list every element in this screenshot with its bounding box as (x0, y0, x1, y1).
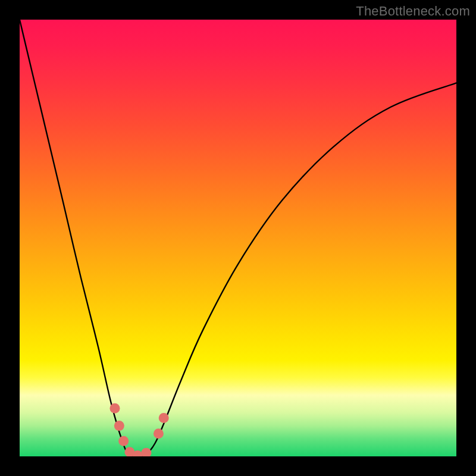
watermark-text: TheBottleneck.com (356, 4, 470, 19)
marker-dot (159, 413, 169, 423)
curve-svg (20, 20, 456, 456)
highlight-markers (110, 403, 169, 456)
marker-dot (114, 421, 124, 431)
marker-dot (124, 447, 134, 456)
marker-dot (133, 450, 143, 456)
plot-area (20, 20, 456, 456)
marker-dot (141, 448, 151, 456)
marker-dot (118, 436, 129, 446)
bottleneck-curve (20, 20, 456, 456)
chart-frame: TheBottleneck.com (0, 0, 476, 476)
marker-dot (154, 428, 164, 439)
marker-dot (110, 403, 120, 414)
